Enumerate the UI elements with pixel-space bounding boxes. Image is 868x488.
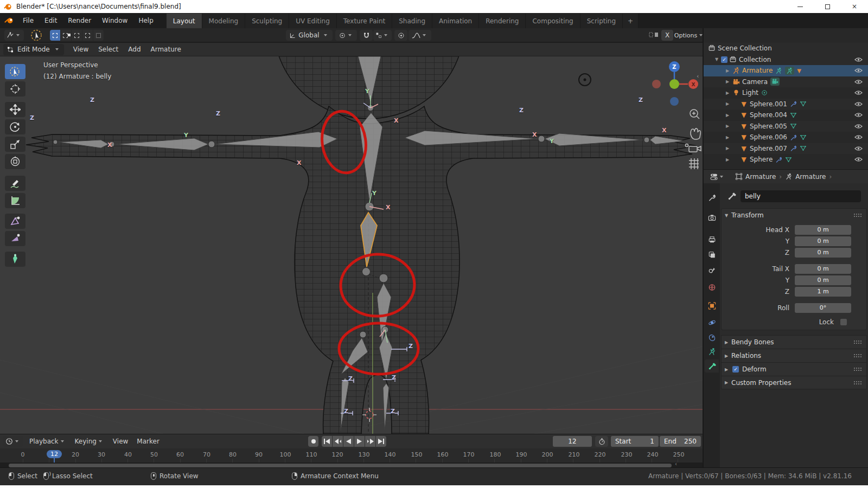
current-frame-field[interactable]: 12	[553, 436, 592, 447]
breadcrumb-object[interactable]: Armature	[745, 173, 776, 181]
transform-value-field[interactable]: 0 m	[795, 225, 851, 235]
scrollbar-collapse-arrow[interactable]: ‹	[675, 461, 677, 467]
outliner-row[interactable]: ▶ ✓ ▼ Sphere.007 ▼	[704, 143, 868, 155]
eye-visibility-icon[interactable]	[854, 134, 863, 140]
tool-select-box[interactable]	[5, 64, 25, 79]
play-button[interactable]	[354, 436, 365, 447]
transform-value-field[interactable]: 0 m	[795, 264, 851, 274]
transform-value-field[interactable]: 0 m	[795, 275, 851, 285]
next-keyframe-button[interactable]	[365, 436, 375, 447]
tool-rotate[interactable]	[5, 119, 25, 134]
snap-toggle-button[interactable]	[360, 30, 373, 41]
panel-grip[interactable]	[853, 213, 862, 217]
tool-bone-roll[interactable]	[5, 252, 25, 267]
eye-visibility-icon[interactable]	[854, 124, 863, 129]
topbar-menu[interactable]: Window	[97, 13, 133, 28]
pivot-point-dropdown[interactable]	[335, 30, 357, 41]
tab-scene[interactable]	[705, 264, 719, 277]
expander-icon[interactable]: ▼	[713, 57, 720, 62]
window-titlebar[interactable]: Blender* [C:\Users\nance\Documents\final…	[0, 0, 868, 13]
select-mode-subtract[interactable]	[72, 30, 82, 41]
jump-start-button[interactable]	[322, 436, 332, 447]
timeline-menu[interactable]: Marker	[132, 438, 163, 445]
expander-icon[interactable]: ▶	[724, 124, 731, 129]
outliner-row[interactable]: ▼ ✓ Collection ▼	[704, 54, 868, 66]
properties-editor-type-button[interactable]	[708, 171, 727, 182]
frame-end-field[interactable]: End250	[660, 436, 701, 447]
outliner-row-scene-collection[interactable]: Scene Collection	[704, 43, 868, 54]
close-button[interactable]: ×	[841, 0, 868, 13]
empty-object-marker[interactable]	[579, 74, 591, 86]
proportional-editing-toggle[interactable]	[394, 30, 407, 41]
tab-constraints[interactable]	[705, 331, 719, 344]
auto-keying-toggle[interactable]	[595, 436, 608, 447]
eye-visibility-icon[interactable]	[854, 146, 863, 151]
tool-measure[interactable]	[5, 193, 25, 208]
expander-icon[interactable]: ▶	[724, 157, 731, 162]
breadcrumb-data[interactable]: Armature	[795, 173, 826, 181]
select-mode-intersect[interactable]	[93, 30, 104, 41]
transform-value-field[interactable]: 0°	[795, 303, 851, 313]
expander-icon[interactable]: ▶	[724, 79, 731, 84]
proportional-falloff-dropdown[interactable]	[409, 30, 431, 41]
tab-render[interactable]	[705, 211, 719, 224]
tool-move[interactable]	[5, 102, 25, 117]
play-reverse-button[interactable]	[343, 436, 354, 447]
panel-grip[interactable]	[853, 381, 862, 385]
expander-icon[interactable]: ▶	[724, 146, 731, 151]
viewport-menu[interactable]: Add	[123, 46, 145, 53]
panel-grip[interactable]	[853, 367, 862, 371]
viewport-menu[interactable]: Select	[93, 46, 123, 53]
viewport-canvas[interactable]: Z X User Perspective (12) Armature : bel…	[0, 56, 703, 434]
mirror-x-toggle[interactable]: X	[661, 30, 673, 41]
outliner-row[interactable]: ▶ ✓ ▼ Sphere ▼	[704, 154, 868, 165]
options-dropdown[interactable]: Options	[677, 30, 702, 41]
workspace-tab[interactable]: Scripting	[580, 14, 623, 28]
outliner-row[interactable]: ▶ ✓ Camera ▼	[704, 76, 868, 88]
eye-visibility-icon[interactable]	[854, 79, 863, 85]
snap-settings-dropdown[interactable]	[373, 30, 392, 41]
bone-name-input[interactable]: belly	[741, 190, 861, 202]
workspace-tab[interactable]: Modeling	[202, 14, 246, 28]
record-button[interactable]	[308, 436, 318, 447]
transform-orientation-dropdown[interactable]: Global	[286, 30, 333, 41]
topbar-menu[interactable]: Help	[133, 13, 158, 28]
outliner-row[interactable]: ▶ ✓ ▼ Sphere.001 ▼	[704, 99, 868, 110]
workspace-tab[interactable]: Sculpting	[245, 14, 289, 28]
viewport-nav-icons[interactable]	[685, 110, 701, 169]
timeline-editor-type-button[interactable]	[3, 436, 23, 447]
transform-value-field[interactable]: 0 m	[795, 248, 851, 258]
collapsed-panel[interactable]: ▶ ✓ Bendy Bones	[721, 335, 867, 349]
region-collapse-arrow[interactable]: ‹	[697, 73, 699, 80]
workspace-tab[interactable]: Texture Paint	[337, 14, 392, 28]
expander-icon[interactable]: ▶	[724, 68, 731, 73]
outliner-row[interactable]: ▶ ✓ Light ▼	[704, 87, 868, 99]
prev-keyframe-button[interactable]	[333, 436, 343, 447]
tool-annotate[interactable]	[5, 176, 25, 191]
select-mode-new[interactable]	[50, 30, 60, 41]
collapsed-panel[interactable]: ▶ ✓ Relations	[721, 349, 867, 362]
panel-grip[interactable]	[853, 354, 862, 358]
topbar-menu[interactable]: Render	[62, 13, 97, 28]
mode-selector[interactable]: Edit Mode	[3, 44, 64, 55]
eye-visibility-icon[interactable]	[854, 68, 863, 73]
workspace-tab[interactable]: +	[623, 14, 639, 28]
outliner-row[interactable]: ▶ ✓ Armature ▼	[704, 65, 868, 76]
collection-checkbox[interactable]: ✓	[721, 56, 727, 63]
timeline-menu[interactable]: View	[108, 438, 132, 445]
expander-icon[interactable]: ▶	[724, 113, 731, 118]
outliner-row[interactable]: ▶ ✓ ▼ Sphere.004 ▼	[704, 110, 868, 121]
minimize-button[interactable]	[787, 0, 814, 13]
outliner-row[interactable]: ▶ ✓ ▼ Sphere.006 ▼	[704, 132, 868, 143]
scrollbar-thumb[interactable]	[9, 464, 672, 467]
viewport-menu[interactable]: Armature	[146, 46, 186, 53]
maximize-button[interactable]	[814, 0, 841, 13]
topbar-menu[interactable]: Edit	[39, 13, 62, 28]
tool-extrude-cursor[interactable]	[5, 231, 25, 246]
workspace-tab[interactable]: Animation	[432, 14, 479, 28]
expander-icon[interactable]: ▶	[724, 101, 731, 106]
tool-scale[interactable]	[5, 137, 25, 152]
jump-end-button[interactable]	[376, 436, 386, 447]
eye-visibility-icon[interactable]	[854, 90, 863, 95]
transform-panel-header[interactable]: ▼ Transform	[722, 209, 866, 222]
